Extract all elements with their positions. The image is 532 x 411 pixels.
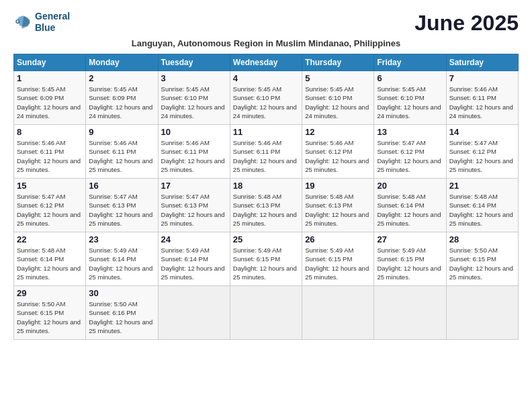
- day-number: 25: [233, 234, 299, 244]
- day-number: 20: [377, 181, 443, 191]
- day-info: Sunrise: 5:46 AM Sunset: 6:11 PM Dayligh…: [17, 138, 83, 174]
- calendar-week-row: 15 Sunrise: 5:47 AM Sunset: 6:12 PM Dayl…: [14, 179, 519, 232]
- day-number: 21: [449, 181, 515, 191]
- day-number: 18: [233, 181, 299, 191]
- calendar-day-cell: 22 Sunrise: 5:48 AM Sunset: 6:14 PM Dayl…: [14, 232, 86, 286]
- day-number: 14: [449, 127, 515, 137]
- day-number: 13: [377, 127, 443, 137]
- weekday-header-monday: Monday: [86, 54, 158, 71]
- day-number: 4: [233, 73, 299, 83]
- day-info: Sunrise: 5:49 AM Sunset: 6:15 PM Dayligh…: [233, 246, 299, 281]
- calendar-day-cell: 18 Sunrise: 5:48 AM Sunset: 6:13 PM Dayl…: [230, 179, 302, 232]
- day-number: 19: [305, 181, 371, 191]
- calendar-day-cell: 13 Sunrise: 5:47 AM Sunset: 6:12 PM Dayl…: [374, 125, 446, 179]
- calendar-day-cell: 2 Sunrise: 5:45 AM Sunset: 6:09 PM Dayli…: [86, 71, 158, 125]
- weekday-header-row: SundayMondayTuesdayWednesdayThursdayFrid…: [14, 54, 519, 71]
- day-number: 5: [305, 73, 371, 83]
- calendar-day-cell: 23 Sunrise: 5:49 AM Sunset: 6:14 PM Dayl…: [86, 232, 158, 286]
- calendar-week-row: 8 Sunrise: 5:46 AM Sunset: 6:11 PM Dayli…: [14, 125, 519, 179]
- weekday-header-tuesday: Tuesday: [158, 54, 230, 71]
- calendar-day-cell: 9 Sunrise: 5:46 AM Sunset: 6:11 PM Dayli…: [86, 125, 158, 179]
- day-info: Sunrise: 5:47 AM Sunset: 6:13 PM Dayligh…: [161, 192, 227, 228]
- calendar-day-cell: [302, 286, 374, 340]
- day-info: Sunrise: 5:49 AM Sunset: 6:14 PM Dayligh…: [161, 246, 227, 281]
- day-number: 23: [89, 234, 154, 244]
- logo-line1: General: [35, 11, 70, 22]
- day-info: Sunrise: 5:47 AM Sunset: 6:12 PM Dayligh…: [17, 192, 83, 228]
- day-number: 15: [17, 181, 83, 191]
- calendar-day-cell: 3 Sunrise: 5:45 AM Sunset: 6:10 PM Dayli…: [158, 71, 230, 125]
- calendar-day-cell: 29 Sunrise: 5:50 AM Sunset: 6:15 PM Dayl…: [14, 286, 86, 340]
- day-number: 30: [89, 288, 154, 298]
- calendar-day-cell: 8 Sunrise: 5:46 AM Sunset: 6:11 PM Dayli…: [14, 125, 86, 179]
- calendar-day-cell: 4 Sunrise: 5:45 AM Sunset: 6:10 PM Dayli…: [230, 71, 302, 125]
- day-number: 22: [17, 234, 83, 244]
- calendar-day-cell: 17 Sunrise: 5:47 AM Sunset: 6:13 PM Dayl…: [158, 179, 230, 232]
- day-info: Sunrise: 5:49 AM Sunset: 6:15 PM Dayligh…: [305, 246, 371, 281]
- day-info: Sunrise: 5:45 AM Sunset: 6:10 PM Dayligh…: [233, 85, 299, 120]
- calendar-day-cell: [158, 286, 230, 340]
- day-info: Sunrise: 5:48 AM Sunset: 6:13 PM Dayligh…: [233, 192, 299, 228]
- logo-text-block: General Blue: [35, 11, 70, 34]
- calendar-day-cell: 12 Sunrise: 5:46 AM Sunset: 6:12 PM Dayl…: [302, 125, 374, 179]
- day-info: Sunrise: 5:50 AM Sunset: 6:15 PM Dayligh…: [449, 246, 515, 281]
- calendar-day-cell: 10 Sunrise: 5:46 AM Sunset: 6:11 PM Dayl…: [158, 125, 230, 179]
- logo-line2: Blue: [35, 22, 70, 34]
- day-info: Sunrise: 5:45 AM Sunset: 6:09 PM Dayligh…: [89, 85, 154, 120]
- day-info: Sunrise: 5:46 AM Sunset: 6:11 PM Dayligh…: [233, 138, 299, 174]
- day-number: 27: [377, 234, 443, 244]
- calendar-day-cell: 24 Sunrise: 5:49 AM Sunset: 6:14 PM Dayl…: [158, 232, 230, 286]
- weekday-header-sunday: Sunday: [14, 54, 86, 71]
- day-number: 17: [161, 181, 227, 191]
- day-info: Sunrise: 5:48 AM Sunset: 6:14 PM Dayligh…: [449, 192, 515, 228]
- day-info: Sunrise: 5:47 AM Sunset: 6:12 PM Dayligh…: [377, 138, 443, 174]
- day-number: 24: [161, 234, 227, 244]
- day-info: Sunrise: 5:45 AM Sunset: 6:10 PM Dayligh…: [305, 85, 371, 120]
- day-info: Sunrise: 5:46 AM Sunset: 6:11 PM Dayligh…: [89, 138, 154, 174]
- day-info: Sunrise: 5:45 AM Sunset: 6:10 PM Dayligh…: [161, 85, 227, 120]
- calendar-day-cell: 6 Sunrise: 5:45 AM Sunset: 6:10 PM Dayli…: [374, 71, 446, 125]
- day-info: Sunrise: 5:46 AM Sunset: 6:12 PM Dayligh…: [305, 138, 371, 174]
- day-number: 16: [89, 181, 154, 191]
- calendar-day-cell: 19 Sunrise: 5:48 AM Sunset: 6:13 PM Dayl…: [302, 179, 374, 232]
- weekday-header-saturday: Saturday: [446, 54, 518, 71]
- day-info: Sunrise: 5:46 AM Sunset: 6:11 PM Dayligh…: [449, 85, 515, 120]
- header: G General Blue June 2025: [13, 11, 519, 36]
- weekday-header-thursday: Thursday: [302, 54, 374, 71]
- calendar-week-row: 1 Sunrise: 5:45 AM Sunset: 6:09 PM Dayli…: [14, 71, 519, 125]
- day-number: 6: [377, 73, 443, 83]
- calendar-day-cell: 11 Sunrise: 5:46 AM Sunset: 6:11 PM Dayl…: [230, 125, 302, 179]
- calendar-day-cell: 15 Sunrise: 5:47 AM Sunset: 6:12 PM Dayl…: [14, 179, 86, 232]
- day-number: 29: [17, 288, 83, 298]
- day-info: Sunrise: 5:48 AM Sunset: 6:14 PM Dayligh…: [377, 192, 443, 228]
- day-info: Sunrise: 5:48 AM Sunset: 6:13 PM Dayligh…: [305, 192, 371, 228]
- day-info: Sunrise: 5:50 AM Sunset: 6:15 PM Dayligh…: [17, 300, 83, 335]
- general-blue-logo-icon: G: [13, 13, 32, 32]
- day-number: 2: [89, 73, 154, 83]
- calendar-day-cell: [446, 286, 518, 340]
- day-info: Sunrise: 5:49 AM Sunset: 6:14 PM Dayligh…: [89, 246, 154, 281]
- calendar-day-cell: 27 Sunrise: 5:49 AM Sunset: 6:15 PM Dayl…: [374, 232, 446, 286]
- day-number: 9: [89, 127, 154, 137]
- calendar-day-cell: 5 Sunrise: 5:45 AM Sunset: 6:10 PM Dayli…: [302, 71, 374, 125]
- calendar-day-cell: 30 Sunrise: 5:50 AM Sunset: 6:16 PM Dayl…: [86, 286, 158, 340]
- day-number: 3: [161, 73, 227, 83]
- calendar-day-cell: 16 Sunrise: 5:47 AM Sunset: 6:13 PM Dayl…: [86, 179, 158, 232]
- weekday-header-friday: Friday: [374, 54, 446, 71]
- calendar-table: SundayMondayTuesdayWednesdayThursdayFrid…: [13, 54, 519, 340]
- svg-text:G: G: [15, 17, 20, 24]
- day-info: Sunrise: 5:47 AM Sunset: 6:13 PM Dayligh…: [89, 192, 154, 228]
- day-info: Sunrise: 5:47 AM Sunset: 6:12 PM Dayligh…: [449, 138, 515, 174]
- calendar-day-cell: [230, 286, 302, 340]
- day-number: 28: [449, 234, 515, 244]
- calendar-day-cell: 14 Sunrise: 5:47 AM Sunset: 6:12 PM Dayl…: [446, 125, 518, 179]
- calendar-day-cell: 25 Sunrise: 5:49 AM Sunset: 6:15 PM Dayl…: [230, 232, 302, 286]
- day-number: 7: [449, 73, 515, 83]
- day-info: Sunrise: 5:45 AM Sunset: 6:09 PM Dayligh…: [17, 85, 83, 120]
- calendar-day-cell: 28 Sunrise: 5:50 AM Sunset: 6:15 PM Dayl…: [446, 232, 518, 286]
- day-number: 10: [161, 127, 227, 137]
- day-info: Sunrise: 5:48 AM Sunset: 6:14 PM Dayligh…: [17, 246, 83, 281]
- logo: G General Blue: [13, 11, 70, 34]
- calendar-day-cell: 1 Sunrise: 5:45 AM Sunset: 6:09 PM Dayli…: [14, 71, 86, 125]
- calendar-week-row: 22 Sunrise: 5:48 AM Sunset: 6:14 PM Dayl…: [14, 232, 519, 286]
